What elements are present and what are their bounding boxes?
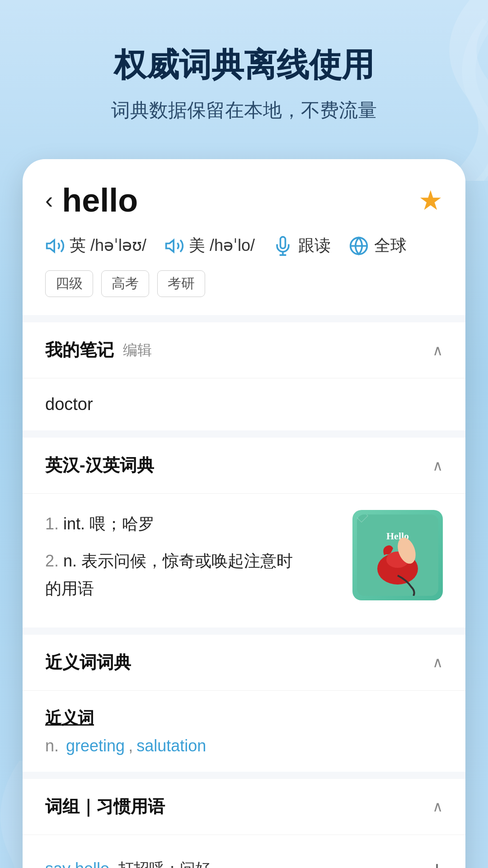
phrase-1-left: say hello 打招呼；问好 <box>45 859 211 868</box>
synonyms-content: 近义词 n. greeting , salutation <box>23 691 465 772</box>
speaker-en-icon <box>45 236 65 256</box>
global-label: 全球 <box>374 235 407 257</box>
globe-icon <box>349 236 369 256</box>
phrases-header[interactable]: 词组｜习惯用语 ∧ <box>23 779 465 835</box>
phrases-section: 词组｜习惯用语 ∧ say hello 打招呼；问好 + hello every… <box>23 779 465 868</box>
synonym-word-1[interactable]: greeting <box>66 736 125 755</box>
en-cn-dict-section: 英汉-汉英词典 ∧ 1. int. 喂；哈罗 2. n. 表示问候，惊奇或唤起注… <box>23 438 465 627</box>
tag-gaokao: 高考 <box>101 270 149 297</box>
hero-subtitle: 词典数据保留在本地，不费流量 <box>18 98 470 123</box>
word-header: ‹ hello ★ 英 /həˈləʊ/ <box>23 159 465 315</box>
my-notes-header[interactable]: 我的笔记 编辑 ∧ <box>23 322 465 378</box>
dict-collapse-icon[interactable]: ∧ <box>432 457 443 474</box>
tag-kaoyan: 考研 <box>157 270 205 297</box>
notes-edit-button[interactable]: 编辑 <box>123 340 152 360</box>
phrases-content: say hello 打招呼；问好 + hello everyone 大家好 <box>23 835 465 868</box>
svg-marker-1 <box>166 240 174 252</box>
synonym-items-row: n. greeting , salutation <box>45 736 443 755</box>
pronunciation-row: 英 /həˈləʊ/ 美 /həˈlo/ 跟读 <box>45 235 443 257</box>
notes-text: doctor <box>45 395 93 414</box>
phrase-1-meaning: 打招呼；问好 <box>118 859 211 868</box>
synonym-pos: n. <box>45 736 59 755</box>
english-pron-text: 英 /həˈləʊ/ <box>70 235 146 257</box>
synonyms-section: 近义词词典 ∧ 近义词 n. greeting , salutation <box>23 635 465 772</box>
speaker-us-icon <box>164 236 184 256</box>
phrase-item-1: say hello 打招呼；问好 + <box>45 849 443 868</box>
tag-cet4: 四级 <box>45 270 93 297</box>
english-pronunciation[interactable]: 英 /həˈləʊ/ <box>45 235 146 257</box>
synonyms-header[interactable]: 近义词词典 ∧ <box>23 635 465 691</box>
follow-read-label: 跟读 <box>298 235 331 257</box>
dict-content: 1. int. 喂；哈罗 2. n. 表示问候，惊奇或唤起注意时的用语 <box>23 494 465 627</box>
phrase-1-add-icon[interactable]: + <box>431 858 443 868</box>
word-display: hello <box>62 182 138 219</box>
word-title-left: ‹ hello <box>45 182 138 219</box>
en-cn-dict-title: 英汉-汉英词典 <box>45 454 154 477</box>
dictionary-card: ‹ hello ★ 英 /həˈləʊ/ <box>23 159 465 868</box>
synonyms-title: 近义词词典 <box>45 651 131 674</box>
follow-read-button[interactable]: 跟读 <box>273 235 331 257</box>
phrases-collapse-icon[interactable]: ∧ <box>432 798 443 815</box>
svg-marker-0 <box>47 240 55 252</box>
phrases-title: 词组｜习惯用语 <box>45 795 165 818</box>
global-button[interactable]: 全球 <box>349 235 407 257</box>
phrase-1-word[interactable]: say hello <box>45 859 109 868</box>
dict-definitions: 1. int. 喂；哈罗 2. n. 表示问候，惊奇或唤起注意时的用语 <box>45 510 339 611</box>
hero-title: 权威词典离线使用 <box>18 45 470 84</box>
back-button[interactable]: ‹ <box>45 189 53 212</box>
my-notes-section: 我的笔记 编辑 ∧ doctor <box>23 322 465 430</box>
dict-def-1: 1. int. 喂；哈罗 <box>45 510 339 538</box>
american-pron-text: 美 /həˈlo/ <box>189 235 255 257</box>
microphone-icon <box>273 236 293 256</box>
notes-collapse-icon[interactable]: ∧ <box>432 342 443 359</box>
american-pronunciation[interactable]: 美 /həˈlo/ <box>164 235 255 257</box>
tags-row: 四级 高考 考研 <box>45 270 443 297</box>
dict-def-2: 2. n. 表示问候，惊奇或唤起注意时的用语 <box>45 547 339 602</box>
my-notes-title-row: 我的笔记 编辑 <box>45 339 152 362</box>
synonyms-collapse-icon[interactable]: ∧ <box>432 654 443 671</box>
synonyms-label: 近义词 <box>45 707 443 729</box>
my-notes-title: 我的笔记 <box>45 339 114 362</box>
hello-illustration: Hello <box>357 514 438 596</box>
hello-image-card: Hello <box>352 510 443 600</box>
hero-section: 权威词典离线使用 词典数据保留在本地，不费流量 <box>0 0 488 150</box>
en-cn-dict-header[interactable]: 英汉-汉英词典 ∧ <box>23 438 465 494</box>
synonym-word-2[interactable]: salutation <box>136 736 206 755</box>
favorite-star[interactable]: ★ <box>418 184 443 216</box>
notes-content: doctor <box>23 378 465 430</box>
word-title-row: ‹ hello ★ <box>45 182 443 219</box>
